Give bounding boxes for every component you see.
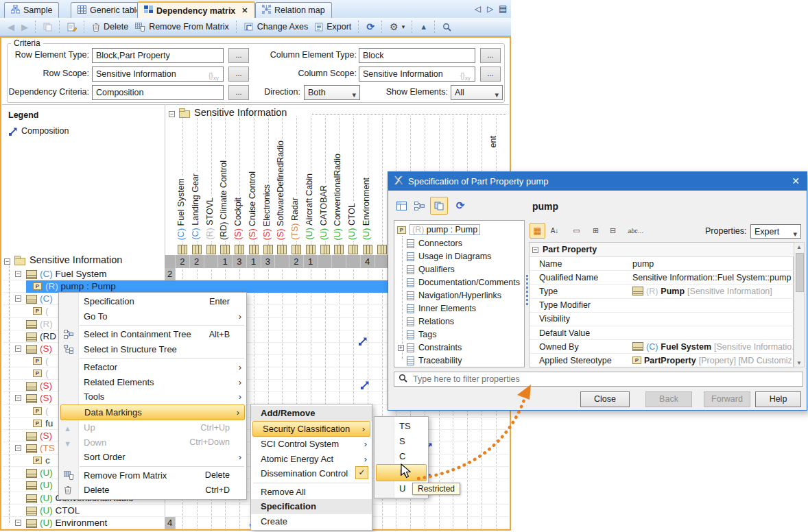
property-value[interactable]: (C)Fuel System[Sensitive Informatio...: [632, 342, 794, 352]
show-elements-dropdown[interactable]: All▾: [451, 85, 503, 100]
property-value[interactable]: pump: [632, 259, 794, 269]
row-element-type-field[interactable]: Block,Part Property: [92, 48, 224, 63]
spec-tree-root[interactable]: P(R) pump : Pump: [397, 223, 480, 236]
close-button[interactable]: Close: [580, 391, 630, 407]
column-header-cruise-control[interactable]: (S) Cruise Control: [248, 170, 261, 241]
back-icon[interactable]: ◀: [4, 21, 18, 34]
spec-tree-item-traceability[interactable]: Traceability: [407, 354, 462, 367]
scroll-tabs-right-icon[interactable]: ▷: [487, 4, 493, 14]
menu-item-down[interactable]: DownCtrl+Down▼: [59, 435, 246, 450]
expander-icon[interactable]: −: [15, 445, 21, 451]
menu-item-dissemination-control[interactable]: Dissemination Control›: [251, 466, 372, 481]
menu-item-select-in-structure-tree[interactable]: Select in Structure Tree: [59, 342, 246, 357]
column-header-softwaredefinedradio[interactable]: (S) SoftwareDefinedRadio: [276, 139, 289, 241]
menu-item-tools[interactable]: Tools›: [59, 389, 246, 404]
spec-tree-item-constraints[interactable]: +Constraints: [407, 341, 462, 354]
column-header-ctol[interactable]: (U) CTOL: [347, 202, 360, 241]
tree-row-label[interactable]: (: [45, 306, 49, 316]
refresh-icon[interactable]: ⟳: [451, 197, 469, 215]
spec-tree-item-relations[interactable]: Relations: [407, 315, 454, 328]
spec-tree-item-usage-in-diagrams[interactable]: Usage in Diagrams: [407, 250, 491, 263]
pages-icon[interactable]: [430, 197, 448, 215]
column-scope-field[interactable]: Sensitive Information{}xy: [359, 66, 475, 82]
dialog-titlebar[interactable]: Specification of Part Property pump ✕: [388, 172, 807, 191]
column-header-catobar[interactable]: (U) CATOBAR: [319, 184, 332, 241]
row-scope-browse-button[interactable]: ...: [228, 66, 249, 82]
tab-generic-table[interactable]: Generic table: [71, 2, 147, 18]
tree-row-label[interactable]: (RD: [40, 331, 56, 341]
close-tab-icon[interactable]: ✕: [241, 6, 248, 15]
properties-mode-dropdown[interactable]: Expert▾: [750, 224, 801, 239]
tree-row-label[interactable]: (R): [40, 319, 53, 329]
expander-icon[interactable]: −: [15, 395, 21, 401]
menu-item-remove-all[interactable]: Remove All: [251, 485, 372, 500]
menu-item-go-to[interactable]: Go To›: [59, 309, 246, 324]
show-description-icon[interactable]: ▭: [569, 223, 584, 239]
column-root-expander-icon[interactable]: −: [169, 111, 175, 117]
abc-filter-icon[interactable]: abc…: [627, 223, 645, 239]
change-axes-button[interactable]: Change Axes: [241, 21, 311, 33]
spec-tree-item-qualifiers[interactable]: Qualifiers: [407, 263, 455, 276]
expand-all-icon[interactable]: ⊞: [588, 223, 604, 239]
expander-icon[interactable]: +: [398, 345, 404, 351]
tree-row-label[interactable]: fu: [45, 418, 53, 428]
column-header-cockpit[interactable]: (S) Cockpit: [233, 196, 246, 241]
menu-item-sci-control-system[interactable]: SCI Control System›: [251, 437, 372, 452]
row-element-type-browse-button[interactable]: ...: [228, 48, 249, 63]
tree-row-label[interactable]: (U) Environment: [40, 518, 107, 528]
tree-row-label[interactable]: c: [45, 455, 50, 466]
tab-dependency-matrix[interactable]: Dependency matrix ✕: [137, 1, 255, 19]
tab-sample[interactable]: Sample: [4, 2, 59, 18]
menu-item-specification[interactable]: SpecificationEnter: [59, 294, 246, 309]
column-header-climate-control[interactable]: (RD) Climate Control: [219, 159, 232, 241]
refresh-icon[interactable]: ⟳: [363, 20, 378, 34]
column-header-environment[interactable]: (U) Environment: [361, 176, 375, 241]
sort-alphabetically-icon[interactable]: A↓: [547, 223, 562, 239]
menu-item-sort-order[interactable]: Sort Order›: [59, 450, 246, 465]
tree-row-label[interactable]: (S): [40, 380, 52, 391]
expander-icon[interactable]: −: [15, 295, 21, 302]
tree-view-icon[interactable]: [410, 197, 428, 215]
forward-icon[interactable]: ▶: [18, 21, 32, 34]
tree-row-label[interactable]: (: [45, 406, 49, 416]
tab-list-icon[interactable]: ▤: [499, 3, 507, 14]
column-header-fuel-system[interactable]: (C) Fuel System: [176, 177, 189, 241]
property-row-applied-stereotype[interactable]: Applied StereotypePPartProperty[Property…: [530, 354, 794, 367]
column-element-type-browse-button[interactable]: ...: [480, 48, 501, 63]
delete-button[interactable]: Delete: [88, 21, 132, 33]
tree-row-label[interactable]: (U): [40, 468, 53, 478]
column-scope-browse-button[interactable]: ...: [480, 66, 501, 82]
tree-row-label[interactable]: (C) Fuel System: [40, 269, 107, 279]
spec-tree-item-navigation-hyperlinks[interactable]: Navigation/Hyperlinks: [407, 289, 501, 302]
menu-item-create[interactable]: Create: [251, 514, 372, 529]
tree-row-label[interactable]: (C): [40, 293, 53, 304]
column-header-electronics[interactable]: (S) Electronics: [262, 183, 275, 241]
menu-item-related-elements[interactable]: Related Elements›: [59, 375, 246, 390]
menu-item-c[interactable]: C: [375, 449, 428, 464]
row-scope-field[interactable]: Sensitive Information{}xy: [92, 66, 224, 82]
menu-item-remove-from-matrix[interactable]: Remove From MatrixDelete: [59, 468, 246, 483]
tree-row-label[interactable]: (: [45, 368, 49, 378]
tree-row-label[interactable]: (S): [40, 393, 52, 403]
property-value[interactable]: (R)Pump[Sensitive Information]: [632, 287, 794, 296]
scrollbar-thumb[interactable]: [796, 253, 804, 292]
back-button[interactable]: Back: [645, 391, 692, 407]
report-icon[interactable]: [64, 21, 80, 33]
column-header-aircraft-cabin[interactable]: (U) Aircraft Cabin: [305, 172, 318, 241]
dependency-criteria-field[interactable]: Composition: [92, 85, 224, 100]
spec-tree-item-documentation-comments[interactable]: Documentation/Comments: [407, 276, 520, 289]
collapse-icon[interactable]: ▲: [416, 21, 431, 32]
tab-relation-map[interactable]: Relation map: [255, 2, 332, 18]
spec-tree-item-inner-elements[interactable]: Inner Elements: [407, 302, 476, 315]
tree-row-label[interactable]: (S): [40, 431, 52, 441]
close-icon[interactable]: ✕: [792, 176, 800, 186]
direction-dropdown[interactable]: Both▾: [304, 85, 360, 100]
tree-row-label[interactable]: (U) CTOL: [40, 505, 80, 516]
property-row-name[interactable]: Namepump: [530, 257, 794, 271]
spec-tree-item-tags[interactable]: Tags: [407, 328, 436, 341]
scroll-down-icon[interactable]: ▼: [794, 360, 804, 366]
menu-item-atomic-energy-act[interactable]: Atomic Energy Act›: [251, 452, 372, 467]
scroll-up-icon[interactable]: ▲: [794, 243, 804, 252]
specification-tree-panel[interactable]: P(R) pump : PumpConnectorsUsage in Diagr…: [394, 220, 525, 367]
property-row-default-value[interactable]: Default Value: [530, 326, 794, 340]
